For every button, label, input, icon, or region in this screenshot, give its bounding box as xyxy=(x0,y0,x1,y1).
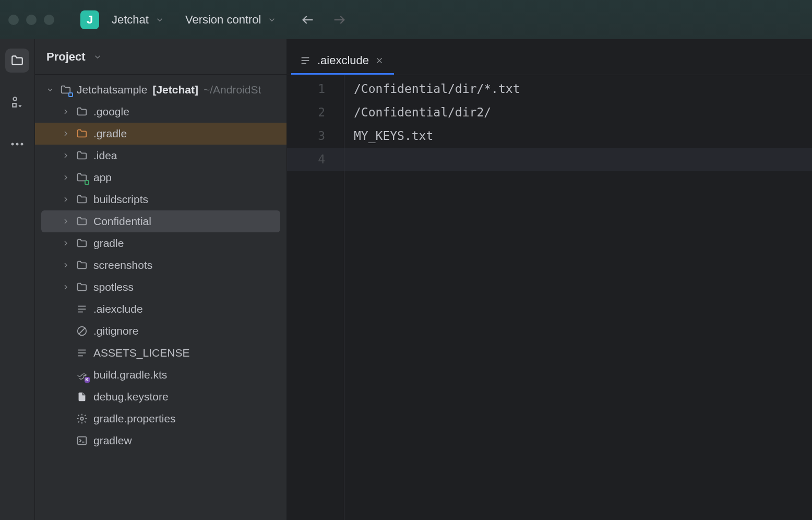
tree-item[interactable]: .gitignore xyxy=(35,320,286,342)
chevron-down-icon xyxy=(93,52,102,62)
line-number: 3 xyxy=(287,124,325,148)
tree-item[interactable]: app xyxy=(35,167,286,188)
tree-item-label: .gradle xyxy=(93,127,127,140)
line-number: 2 xyxy=(287,101,325,124)
title-bar: J Jetchat Version control xyxy=(0,0,812,39)
folder-icon xyxy=(76,259,88,271)
minimize-window-button[interactable] xyxy=(26,15,37,25)
tree-item[interactable]: .aiexclude xyxy=(35,298,286,320)
svg-rect-3 xyxy=(13,103,16,107)
tree-item-label: buildscripts xyxy=(93,193,148,206)
tree-item-label: .aiexclude xyxy=(93,303,143,315)
svg-point-6 xyxy=(21,143,23,146)
tree-item-label: Confidential xyxy=(93,215,151,228)
ignore-file-icon xyxy=(76,325,88,337)
tree-item[interactable]: K build.gradle.kts xyxy=(35,364,286,386)
tree-item[interactable]: debug.keystore xyxy=(35,386,286,408)
project-folder-icon xyxy=(60,84,71,96)
more-tool-button[interactable] xyxy=(5,132,29,156)
chevron-right-icon[interactable] xyxy=(61,173,70,182)
project-panel-header[interactable]: Project xyxy=(35,39,286,75)
chevron-down-icon xyxy=(267,15,277,25)
chevron-right-icon[interactable] xyxy=(61,195,70,204)
structure-tool-button[interactable] xyxy=(5,90,29,114)
code-line[interactable] xyxy=(354,148,520,171)
tree-item[interactable]: .idea xyxy=(35,145,286,167)
tree-item-label: build.gradle.kts xyxy=(93,369,167,381)
tree-item-label: app xyxy=(93,171,112,184)
tree-item-label: screenshots xyxy=(93,259,152,271)
code-line[interactable]: MY_KEYS.txt xyxy=(354,124,520,148)
chevron-right-icon[interactable] xyxy=(61,283,70,291)
folder-icon xyxy=(76,238,88,249)
folder-icon xyxy=(76,128,88,139)
tree-item[interactable]: buildscripts xyxy=(35,188,286,210)
close-tab-button[interactable] xyxy=(375,56,384,65)
nav-forward-button[interactable] xyxy=(332,13,347,27)
tree-item[interactable]: screenshots xyxy=(35,254,286,276)
text-file-icon xyxy=(76,347,88,359)
chevron-right-icon[interactable] xyxy=(61,261,70,269)
zoom-window-button[interactable] xyxy=(44,15,54,25)
svg-point-2 xyxy=(13,97,17,101)
chevron-right-icon[interactable] xyxy=(61,151,70,160)
tab-aiexclude[interactable]: .aiexclude xyxy=(291,46,394,75)
text-file-icon xyxy=(300,55,311,66)
tree-root-module: [Jetchat] xyxy=(152,84,198,96)
tree-item[interactable]: .gradle xyxy=(35,123,286,145)
chevron-right-icon[interactable] xyxy=(61,239,70,247)
close-window-button[interactable] xyxy=(8,15,19,25)
editor-tabs: .aiexclude xyxy=(287,39,812,75)
folder-icon xyxy=(76,106,88,117)
project-tree[interactable]: Jetchatsample [Jetchat] ~/AndroidSt .goo… xyxy=(35,75,286,452)
project-tool-button[interactable] xyxy=(5,49,29,73)
svg-rect-16 xyxy=(78,437,87,445)
code-line[interactable]: /Confidential/dir2/ xyxy=(354,101,520,124)
tree-item[interactable]: gradle.properties xyxy=(35,408,286,430)
tree-item-label: gradle.properties xyxy=(93,412,176,425)
folder-icon xyxy=(76,194,88,205)
chevron-right-icon[interactable] xyxy=(61,129,70,138)
tree-item-label: .google xyxy=(93,105,129,118)
folder-icon xyxy=(76,216,88,227)
tree-item-label: .gitignore xyxy=(93,325,138,337)
tree-item-label: .idea xyxy=(93,149,117,162)
tree-item[interactable]: .google xyxy=(35,101,286,123)
tree-item-label: gradlew xyxy=(93,434,132,447)
editor-content[interactable]: /Confidential/dir/*.txt/Confidential/dir… xyxy=(344,75,520,520)
chevron-right-icon[interactable] xyxy=(61,108,70,116)
tree-item[interactable]: spotless xyxy=(35,276,286,298)
chevron-down-icon[interactable] xyxy=(45,86,55,94)
gear-icon xyxy=(76,413,88,424)
code-line[interactable]: /Confidential/dir/*.txt xyxy=(354,77,520,101)
tree-item-label: gradle xyxy=(93,237,124,250)
line-number: 1 xyxy=(287,77,325,101)
svg-point-15 xyxy=(80,417,83,420)
folder-icon xyxy=(76,150,88,161)
terminal-icon xyxy=(76,435,88,446)
tree-root-path: ~/AndroidSt xyxy=(204,84,261,96)
vcs-selector[interactable]: Version control xyxy=(181,10,281,30)
nav-arrows xyxy=(301,13,347,27)
editor-area: .aiexclude 1234 /Confidential/dir/*.txt/… xyxy=(287,39,812,520)
tree-item[interactable]: gradle xyxy=(35,232,286,254)
nav-back-button[interactable] xyxy=(301,13,315,27)
svg-point-5 xyxy=(16,143,19,146)
gradle-kts-icon: K xyxy=(76,369,88,381)
left-rail xyxy=(0,39,35,520)
code-editor[interactable]: 1234 /Confidential/dir/*.txt/Confidentia… xyxy=(287,75,812,520)
tree-item[interactable]: gradlew xyxy=(35,430,286,452)
editor-gutter: 1234 xyxy=(287,75,344,520)
project-panel: Project Jetchatsample [Jetchat] ~/Androi… xyxy=(35,39,287,520)
text-file-icon xyxy=(76,303,88,315)
tree-root-name: Jetchatsample xyxy=(77,84,147,96)
project-selector[interactable]: Jetchat xyxy=(108,10,169,30)
tree-item[interactable]: ASSETS_LICENSE xyxy=(35,342,286,364)
chevron-right-icon[interactable] xyxy=(61,217,70,226)
file-icon xyxy=(76,391,88,403)
svg-point-4 xyxy=(11,143,14,146)
tree-root[interactable]: Jetchatsample [Jetchat] ~/AndroidSt xyxy=(35,79,286,101)
project-icon: J xyxy=(80,10,99,29)
line-number: 4 xyxy=(287,148,325,171)
tree-item[interactable]: Confidential xyxy=(41,210,280,232)
